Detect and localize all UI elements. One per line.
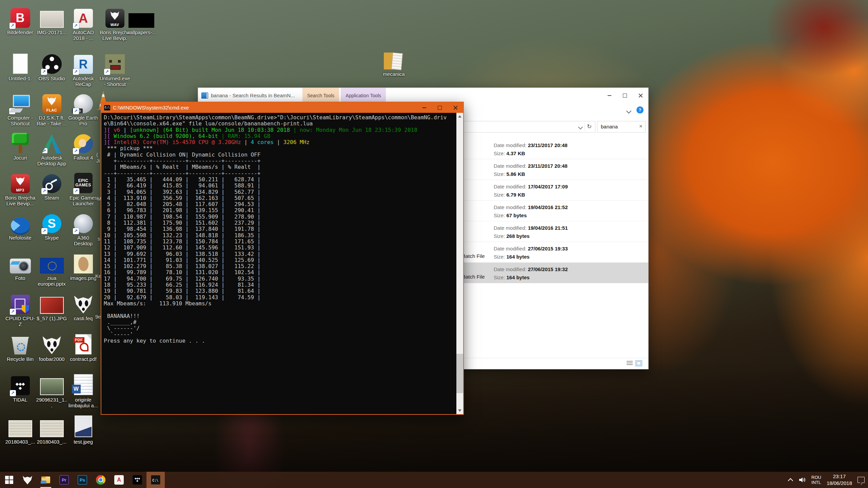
desktop-icon[interactable]: mecanica — [378, 47, 410, 77]
explorer-titlebar[interactable]: banana - Search Results in BeamN... Sear… — [198, 88, 648, 103]
explorer-maximize-button[interactable] — [617, 88, 633, 103]
tab-search-tools[interactable]: Search Tools — [302, 88, 339, 103]
shortcut-arrow-icon — [9, 108, 15, 114]
ribbon-collapse-chevron-icon[interactable] — [626, 108, 632, 114]
desktop-icon[interactable]: Jocuri — [4, 131, 36, 161]
desktop-icon[interactable]: foobar2000 — [36, 332, 67, 362]
taskbar-items: PrPsAC:\ — [0, 472, 165, 488]
photo-red-icon — [40, 297, 64, 314]
desktop-icon-label: Untitled-1. — [4, 76, 36, 81]
desktop-icon[interactable]: $_57 (1).JPG — [36, 291, 67, 321]
pie-icon — [11, 218, 30, 233]
cmd-scrollbar[interactable] — [456, 113, 463, 414]
search-box[interactable]: banana × — [597, 121, 646, 133]
desktop-icon[interactable]: 20180403_... — [4, 415, 36, 445]
cpuz-icon — [11, 295, 30, 314]
scroll-up-arrow-icon[interactable] — [458, 115, 461, 118]
desktop-icon[interactable]: A360 Desktop — [67, 211, 99, 246]
desktop-icon[interactable]: wallpapers-... — [125, 5, 157, 35]
icon-label-fragment: 9e — [95, 314, 101, 320]
desktop-icon[interactable]: test.jpeg — [67, 415, 99, 445]
cmd-app-icon: C:\ — [104, 105, 110, 110]
address-dropdown-chevron-icon[interactable] — [578, 125, 583, 129]
details-view-icon[interactable] — [627, 361, 633, 366]
desktop-icon[interactable]: IMG-20171... — [36, 5, 67, 35]
desktop-icon[interactable]: Steam — [36, 171, 67, 201]
desktop-icon[interactable]: Fallout 4 — [67, 131, 99, 161]
tab-application-tools[interactable]: Application Tools — [341, 88, 386, 103]
speaker-icon[interactable] — [798, 476, 806, 483]
scroll-down-arrow-icon[interactable] — [458, 409, 461, 412]
premiere-icon: Pr — [59, 475, 69, 485]
taskbar-chrome[interactable] — [92, 472, 110, 488]
clear-search-icon[interactable]: × — [639, 123, 643, 130]
desktop-icon[interactable]: Recycle Bin — [4, 332, 36, 362]
desktop-icon[interactable]: FLACDJ S.K.T ft. Rae - Take ... — [36, 91, 67, 126]
desktop-icon[interactable]: AAutoCAD 2018 - ... — [67, 5, 99, 41]
alien-icon — [74, 295, 93, 314]
shortcut-arrow-icon — [73, 188, 79, 194]
desktop-icon[interactable]: EPIC GAMESEpic Games Launcher — [67, 171, 99, 206]
cmd-maximize-button[interactable] — [432, 102, 448, 113]
cmd-window: C:\ C:\WINDOWS\system32\cmd.exe D:\Jocur… — [101, 102, 464, 415]
pc-icon — [10, 95, 31, 113]
desktop-icon[interactable]: Woriginle limbajului a... — [67, 373, 99, 408]
shortcut-arrow-icon — [41, 69, 47, 75]
desktop-icon[interactable]: images.png — [67, 251, 99, 281]
desktop-icon[interactable]: Nefolosite — [4, 211, 36, 241]
explorer-close-button[interactable] — [633, 88, 648, 103]
cmd-minimize-button[interactable] — [416, 102, 432, 113]
desktop-icon-label: DJ S.K.T ft. Rae - Take ... — [36, 115, 67, 126]
taskbar-autocad[interactable]: A — [110, 472, 128, 488]
desktop-icon[interactable]: Autodesk Desktop App — [36, 131, 67, 166]
desktop: BBitdefenderIMG-20171...AAutoCAD 2018 - … — [0, 0, 868, 488]
desktop-icon[interactable]: PDFcontract.pdf — [67, 332, 99, 362]
desktop-icon[interactable]: casti.feq — [67, 291, 99, 321]
scrollbar-thumb[interactable] — [456, 354, 463, 393]
cmd-titlebar[interactable]: C:\ C:\WINDOWS\system32\cmd.exe — [101, 102, 463, 113]
desktop-icon[interactable]: OBS Studio — [36, 52, 67, 81]
desktop-icon-label: Autodesk Desktop App — [36, 155, 67, 166]
desktop-icon[interactable]: CPUID CPU-Z — [4, 291, 36, 327]
tray-date: 18/06/2018 — [827, 480, 852, 486]
fallout-icon — [74, 134, 93, 153]
file-type: Batch File — [462, 274, 485, 280]
desktop-icon[interactable]: ziua europei.pptx — [36, 251, 67, 287]
language-bottom: INTL — [811, 480, 821, 485]
desktop-icon[interactable]: SSkype — [36, 211, 67, 241]
shortcut-arrow-icon — [73, 23, 79, 29]
desktop-icon[interactable]: RAutodesk ReCap — [67, 52, 99, 87]
taskbar-foobar2000[interactable] — [18, 472, 37, 488]
desktop-icon[interactable]: Unturned.exe - Shortcut — [99, 52, 131, 87]
clock[interactable]: 23:17 18/06/2018 — [827, 473, 852, 487]
foobar-orange-icon: FLAC — [42, 94, 61, 113]
desktop-icon[interactable]: BBitdefender — [4, 5, 36, 35]
tray-expand-chevron-icon[interactable] — [788, 478, 793, 483]
desktop-icon[interactable]: TIDAL — [4, 373, 36, 403]
desktop-icon[interactable]: 20180403_... — [36, 415, 67, 445]
action-center-icon[interactable] — [857, 477, 865, 483]
desktop-icon[interactable]: Untitled-1. — [4, 52, 36, 81]
desktop-icon-label: IMG-20171... — [36, 29, 67, 35]
desktop-icon[interactable]: Foto — [4, 251, 36, 281]
desktop-icon[interactable]: Computer - Shortcut — [4, 91, 36, 126]
taskbar-photoshop[interactable]: Ps — [73, 472, 92, 488]
explorer-minimize-button[interactable] — [601, 88, 617, 103]
thumbnails-view-icon[interactable] — [635, 360, 642, 366]
tidal-icon — [133, 475, 142, 485]
desktop-icon[interactable]: MP3Boris Brejcha Live Bevip... — [4, 171, 36, 206]
desktop-icon[interactable]: 29096231_1... — [36, 373, 67, 408]
language-indicator[interactable]: ROU INTL — [811, 475, 821, 485]
help-icon[interactable]: ? — [636, 106, 644, 114]
desktop-icon-label: mecanica — [378, 71, 410, 77]
refresh-icon[interactable]: ↻ — [585, 123, 594, 131]
shortcut-arrow-icon — [42, 349, 48, 355]
taskbar-cmd[interactable]: C:\ — [146, 472, 165, 488]
desktop-icon-label: Skype — [36, 235, 67, 241]
taskbar-file-explorer[interactable] — [37, 472, 55, 488]
a360-icon — [74, 214, 93, 233]
taskbar-premiere[interactable]: Pr — [55, 472, 73, 488]
taskbar-start[interactable] — [0, 472, 18, 488]
taskbar-tidal[interactable] — [128, 472, 146, 488]
cmd-close-button[interactable] — [448, 102, 463, 113]
